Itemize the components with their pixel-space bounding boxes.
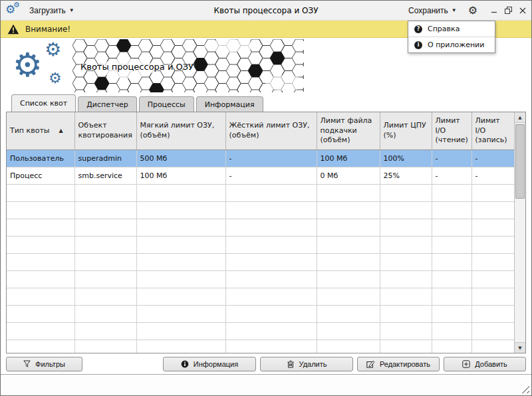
add-button[interactable]: Добавить [444, 357, 526, 371]
tab-information[interactable]: Информация [196, 96, 263, 112]
trash-icon [287, 360, 295, 368]
column-header-quota-type[interactable]: Тип квоты ▲ [7, 112, 74, 149]
maximize-icon [505, 7, 512, 14]
sort-asc-icon: ▲ [59, 128, 63, 134]
settings-gear-button[interactable]: ⚙ [467, 5, 479, 16]
empty-row [7, 288, 514, 305]
quota-table-body: Пользователь superadmin 500 Мб - 100 Мб … [7, 149, 514, 353]
app-logo-gears-icon: ⚙ ⚙ [6, 3, 21, 18]
edit-button[interactable]: Редактировать [357, 357, 440, 371]
load-button-label: Загрузить [29, 6, 66, 15]
chevron-down-icon: ▼ [452, 8, 457, 13]
gear-icon: ⚙ [13, 49, 43, 82]
hero-gears-icon: ⚙ ⚙ ⚙ [9, 39, 75, 92]
scroll-down-button[interactable]: ▼ [515, 342, 525, 353]
empty-row [7, 322, 514, 340]
scrollbar-track[interactable] [515, 123, 525, 342]
app-window: ⚙ ⚙ Загрузить ▼ Квоты процессора и ОЗУ С… [0, 0, 532, 396]
empty-row [7, 270, 514, 288]
minimize-icon [491, 7, 497, 14]
minimize-button[interactable] [491, 7, 497, 14]
gear-icon: ⚙ [45, 41, 61, 59]
tab-bar: Список квот Диспетчер Процессы Информаци… [1, 94, 531, 112]
empty-row [7, 305, 514, 322]
empty-row [7, 219, 514, 236]
column-header-io-read-limit[interactable]: Лимит I/O (чтение) [432, 112, 471, 149]
plus-icon [462, 360, 470, 368]
load-button[interactable]: Загрузить ▼ [26, 4, 78, 17]
empty-row [7, 253, 514, 270]
filters-button[interactable]: Фильтры [6, 357, 82, 371]
scrollbar-thumb[interactable] [515, 124, 525, 199]
column-header-soft-ram-limit[interactable]: Мягкий лимит ОЗУ, (объём) [136, 112, 225, 149]
quota-table-frame: Тип квоты ▲ Объект квотирования Мягкий л… [6, 112, 526, 353]
menu-item-help[interactable]: ? Справка [408, 21, 495, 37]
chevron-down-icon: ▼ [69, 8, 74, 13]
menu-item-label: О приложении [428, 41, 484, 49]
scroll-up-button[interactable]: ▲ [515, 112, 525, 123]
column-header-io-write-limit[interactable]: Лимит I/O (запись) [471, 112, 514, 149]
warning-triangle-icon [7, 24, 19, 35]
resize-grip[interactable] [521, 385, 529, 393]
empty-row [7, 201, 514, 219]
column-header-cpu-limit[interactable]: Лимит ЦПУ (%) [380, 112, 432, 149]
column-header-quota-object[interactable]: Объект квотирования [74, 112, 136, 149]
save-button[interactable]: Сохранить ▼ [405, 4, 460, 17]
action-bar: Фильтры Информация Удалить Редактировать… [1, 353, 531, 374]
warning-text: Внимание! [25, 25, 70, 34]
save-button-label: Сохранить [408, 6, 448, 15]
filter-icon [23, 360, 31, 367]
menu-item-about[interactable]: i О приложении [408, 37, 495, 52]
table-row[interactable]: Процесс smb.service 100 Мб - 0 Мб 25% - … [7, 167, 514, 184]
empty-row [7, 236, 514, 253]
info-circle-icon: i [414, 41, 422, 49]
quota-table: Тип квоты ▲ Объект квотирования Мягкий л… [7, 112, 514, 353]
tab-dispatcher[interactable]: Диспетчер [78, 96, 136, 112]
table-header-row: Тип квоты ▲ Объект квотирования Мягкий л… [7, 112, 514, 149]
info-circle-icon [181, 360, 189, 368]
settings-dropdown-menu: ? Справка i О приложении [408, 21, 495, 53]
gear-icon: ⚙ [49, 71, 62, 86]
status-bar [1, 374, 531, 395]
empty-row [7, 184, 514, 201]
table-row[interactable]: Пользователь superadmin 500 Мб - 100 Мб … [7, 149, 514, 167]
empty-row [7, 340, 514, 353]
close-button[interactable] [519, 7, 526, 14]
vertical-scrollbar[interactable]: ▲ ▼ [514, 112, 525, 353]
close-icon [519, 7, 526, 14]
delete-button[interactable]: Удалить [260, 357, 353, 371]
column-header-hard-ram-limit[interactable]: Жёсткий лимит ОЗУ, (объём) [225, 112, 317, 149]
info-button[interactable]: Информация [163, 357, 256, 371]
gear-icon: ⚙ [468, 5, 477, 16]
menu-item-label: Справка [428, 25, 460, 33]
column-header-swap-limit[interactable]: Лимит файла подкачки (объём) [317, 112, 380, 149]
question-circle-icon: ? [414, 25, 422, 33]
tab-quota-list[interactable]: Список квот [11, 94, 76, 112]
tab-processes[interactable]: Процессы [139, 96, 194, 112]
hero-title: Квоты процессора и ОЗУ [80, 62, 194, 72]
edit-pencil-icon [366, 360, 375, 368]
maximize-button[interactable] [505, 7, 512, 14]
gear-icon: ⚙ [13, 1, 20, 9]
titlebar[interactable]: ⚙ ⚙ Загрузить ▼ Квоты процессора и ОЗУ С… [1, 1, 531, 21]
